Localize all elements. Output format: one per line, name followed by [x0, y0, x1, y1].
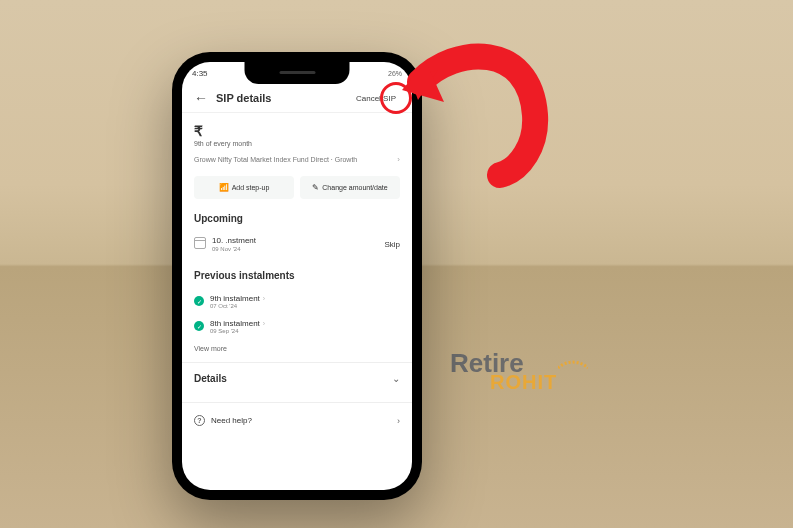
watermark-rohit: ROHIT — [490, 374, 557, 391]
upcoming-row: 10. .nstment 09 Nov '24 Skip — [194, 232, 400, 256]
previous-section: Previous instalments ✓ 9th instalment › … — [194, 270, 400, 352]
upcoming-info: 10. .nstment 09 Nov '24 — [212, 236, 256, 252]
previous-info-0: 9th instalment › 07 Oct '24 — [210, 294, 265, 309]
gear-icon — [558, 348, 588, 372]
pencil-icon: ✎ — [312, 183, 319, 192]
upcoming-section: Upcoming 10. .nstment 09 Nov '24 Skip — [194, 213, 400, 256]
upcoming-title: Upcoming — [194, 213, 400, 224]
chevron-down-icon: ⌄ — [392, 373, 400, 384]
change-amount-label: Change amount/date — [322, 184, 387, 191]
previous-instalment-title-1: 8th instalment › — [210, 319, 265, 328]
check-icon: ✓ — [194, 321, 204, 331]
details-row[interactable]: Details ⌄ — [194, 363, 400, 392]
previous-info-1: 8th instalment › 09 Sep '24 — [210, 319, 265, 334]
details-title: Details — [194, 373, 227, 384]
chevron-right-icon: › — [263, 295, 265, 302]
add-step-up-label: Add step-up — [232, 184, 270, 191]
upcoming-instalment-date: 09 Nov '24 — [212, 246, 256, 252]
phone-mockup: 4:35 26% ← SIP details Cancel SIP ₹ 9th … — [172, 52, 422, 500]
content: ₹ 9th of every month Groww Nifty Total M… — [182, 113, 412, 438]
help-label: Need help? — [211, 416, 252, 425]
previous-instalment-title-0: 9th instalment › — [210, 294, 265, 303]
view-more-button[interactable]: View more — [194, 345, 400, 352]
highlight-circle — [380, 82, 412, 114]
previous-instalment-date-0: 07 Oct '24 — [210, 303, 265, 309]
phone-screen: 4:35 26% ← SIP details Cancel SIP ₹ 9th … — [182, 62, 412, 490]
sip-amount: ₹ — [194, 123, 400, 139]
help-row[interactable]: ? Need help? › — [194, 403, 400, 430]
status-time: 4:35 — [192, 69, 208, 78]
fund-name: Groww Nifty Total Market Index Fund Dire… — [194, 156, 357, 163]
page-title: SIP details — [216, 92, 271, 104]
back-icon[interactable]: ← — [194, 90, 208, 106]
watermark: Retire ROHIT — [450, 352, 557, 391]
upcoming-instalment-title: 10. .nstment — [212, 236, 256, 245]
previous-title: Previous instalments — [194, 270, 400, 281]
chevron-right-icon: › — [397, 416, 400, 426]
action-buttons: 📶 Add step-up ✎ Change amount/date — [194, 176, 400, 199]
pointer-arrow — [400, 30, 580, 210]
upcoming-left: 10. .nstment 09 Nov '24 — [194, 236, 256, 252]
sip-schedule: 9th of every month — [194, 140, 400, 147]
step-up-icon: 📶 — [219, 183, 229, 192]
previous-row-0[interactable]: ✓ 9th instalment › 07 Oct '24 — [194, 289, 400, 314]
help-left: ? Need help? — [194, 415, 252, 426]
header-left: ← SIP details — [194, 90, 271, 106]
chevron-right-icon: › — [263, 320, 265, 327]
phone-speaker — [279, 71, 315, 74]
previous-row-1[interactable]: ✓ 8th instalment › 09 Sep '24 — [194, 314, 400, 339]
calendar-icon — [194, 237, 206, 249]
add-step-up-button[interactable]: 📶 Add step-up — [194, 176, 294, 199]
previous-instalment-date-1: 09 Sep '24 — [210, 328, 265, 334]
phone-notch — [245, 62, 350, 84]
check-icon: ✓ — [194, 296, 204, 306]
help-icon: ? — [194, 415, 205, 426]
screen-header: ← SIP details Cancel SIP — [182, 84, 412, 113]
skip-button[interactable]: Skip — [384, 240, 400, 249]
change-amount-button[interactable]: ✎ Change amount/date — [300, 176, 400, 199]
fund-row[interactable]: Groww Nifty Total Market Index Fund Dire… — [194, 147, 400, 172]
